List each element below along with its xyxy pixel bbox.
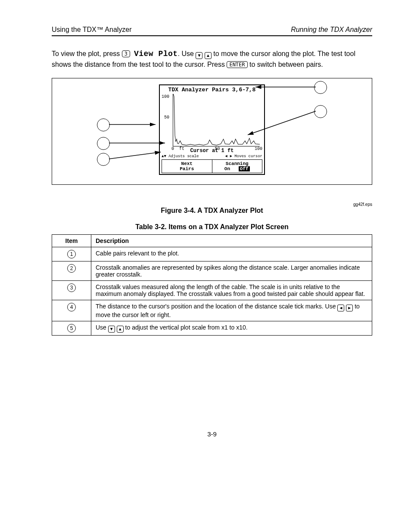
item-4-pre: The distance to the cursor's position an…	[96, 303, 337, 310]
callout-4	[97, 137, 110, 150]
figure-box: TDX Analyzer Pairs 3,6-7,8 100 50 0 ft 5…	[52, 78, 372, 185]
intro-text-2: . Use	[178, 50, 196, 57]
svg-line-2	[109, 152, 161, 159]
running-header: Using the TDX™ Analyzer Running the TDX …	[52, 26, 372, 34]
key-enter: ENTER	[227, 61, 247, 68]
item-desc-3: Crosstalk values measured along the leng…	[91, 281, 372, 300]
header-right: Running the TDX Analyzer	[291, 26, 372, 34]
figure-caption: Figure 3-4. A TDX Analyzer Plot	[52, 207, 372, 215]
th-item: Item	[52, 235, 91, 247]
callout-5	[97, 153, 110, 166]
header-rule	[52, 35, 372, 36]
items-table: Item Description 1 Cable pairs relevant …	[52, 234, 372, 336]
item-desc-5: Use ▼ ▲ to adjust the vertical plot scal…	[91, 321, 372, 336]
page-number: 3-9	[52, 430, 372, 438]
key-left-icon: ◄	[337, 305, 344, 311]
intro-paragraph: To view the plot, press 3 View Plot. Use…	[52, 48, 372, 69]
item-num-1: 1	[67, 250, 76, 258]
table-row: 1 Cable pairs relevant to the plot.	[52, 247, 372, 261]
item-num-5: 5	[67, 324, 76, 333]
item-5-pre: Use	[96, 324, 108, 331]
table-row: 5 Use ▼ ▲ to adjust the vertical plot sc…	[52, 321, 372, 336]
table-caption: Table 3-2. Items on a TDX Analyzer Plot …	[52, 223, 372, 231]
key-down-icon: ▼	[108, 326, 115, 333]
item-desc-1: Cable pairs relevant to the plot.	[91, 247, 372, 261]
item-num-2: 2	[67, 264, 76, 273]
table-row: 2 Crosstalk anomalies are represented by…	[52, 261, 372, 281]
intro-text-4: to switch between pairs.	[249, 61, 323, 68]
item-desc-4: The distance to the cursor's position an…	[91, 300, 372, 321]
item-desc-2: Crosstalk anomalies are represented by s…	[91, 261, 372, 281]
callout-arrows	[109, 84, 320, 170]
key-right-icon: ►	[346, 305, 353, 311]
header-left: Using the TDX™ Analyzer	[52, 26, 132, 34]
th-description: Description	[91, 235, 372, 247]
figure-doc-id: gg42f.eps	[52, 202, 372, 207]
svg-line-4	[248, 111, 316, 135]
table-row: 3 Crosstalk values measured along the le…	[52, 281, 372, 300]
table-row: 4 The distance to the cursor's position …	[52, 300, 372, 321]
item-num-4: 4	[67, 303, 76, 311]
intro-text-1: To view the plot, press	[52, 50, 122, 57]
key-3: 3	[122, 50, 130, 57]
view-plot-label: View Plot	[134, 50, 178, 58]
key-up-icon: ▲	[117, 326, 124, 333]
item-5-post: to adjust the vertical plot scale from x…	[125, 324, 248, 331]
key-down-icon: ▼	[196, 52, 202, 59]
callout-3	[97, 118, 110, 131]
key-up-icon: ▲	[205, 52, 212, 59]
item-num-3: 3	[67, 283, 76, 292]
